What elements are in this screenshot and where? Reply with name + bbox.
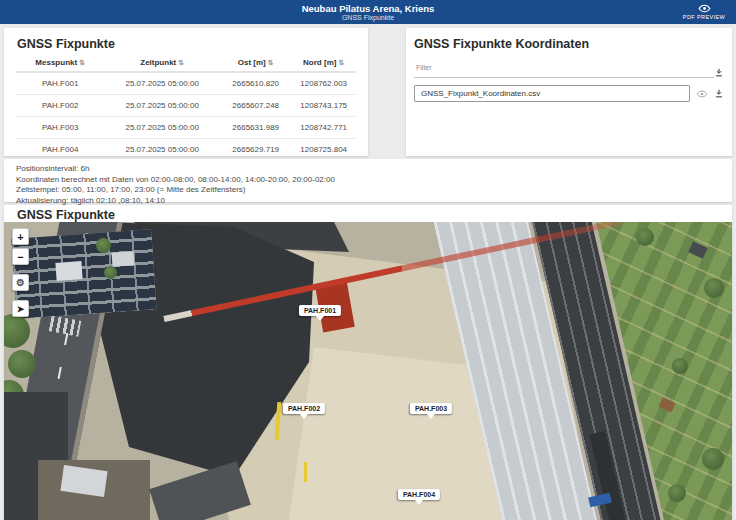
csv-file-row: GNSS_Fixpunkt_Koordinaten.csv [414,85,724,102]
info-line-timestamp: Zeitstempel: 05:00, 11:00, 17:00, 23:00 … [16,185,720,196]
info-line-coordinates: Koordinaten berechnet mit Daten von 02:0… [16,175,720,186]
marker-label: PAH.F002 [283,403,325,414]
app-title: Neubau Pilatus Arena, Kriens [302,3,435,14]
filter-row: Filter [414,55,724,78]
column-header-label: Ost [m] [238,58,266,67]
table-row: PAH.F00425.07.2025 05:00:002665629.71912… [16,139,356,161]
app-header: Neubau Pilatus Arena, Kriens GNSS Fixpun… [0,0,736,24]
map[interactable]: +−⚙➤ PAH.F001PAH.F002PAH.F003PAH.F004 [4,222,732,520]
coordinates-panel-title: GNSS Fixpunkte Koordinaten [414,37,732,51]
marker-label: PAH.F001 [299,305,341,316]
table-cell: PAH.F001 [16,72,104,95]
table-cell: 25.07.2025 05:00:00 [104,72,220,95]
table-cell: 2665607.248 [220,95,291,117]
table-cell: 25.07.2025 05:00:00 [104,139,220,161]
table-cell: 25.07.2025 05:00:00 [104,117,220,139]
column-header[interactable]: Messpunkt⇅ [16,54,104,72]
table-cell: 2665629.719 [220,139,291,161]
pdf-preview-button[interactable]: PDF PREVIEW [678,1,730,23]
csv-file-name: GNSS_Fixpunkt_Koordinaten.csv [414,85,690,102]
map-markers: PAH.F001PAH.F002PAH.F003PAH.F004 [4,222,732,520]
column-header-label: Messpunkt [35,58,77,67]
pdf-preview-label: PDF PREVIEW [683,14,725,20]
marker-pointer [427,414,435,419]
map-pan-button[interactable]: ➤ [12,300,29,317]
map-panel: GNSS Fixpunkte [4,205,732,520]
table-cell: 1208762.003 [291,72,356,95]
download-all-button[interactable] [714,67,724,78]
filter-input-label: Filter [416,64,432,71]
map-marker-pah-f001[interactable]: PAH.F001 [299,305,341,321]
app-subtitle: GNSS Fixpunkte [342,14,394,22]
fixpoints-table-body: PAH.F00125.07.2025 05:00:002665610.82012… [16,72,356,161]
download-icon [714,88,724,99]
table-row: PAH.F00125.07.2025 05:00:002665610.82012… [16,72,356,95]
table-cell: 1208743.175 [291,95,356,117]
table-cell: PAH.F002 [16,95,104,117]
sort-icon[interactable]: ⇅ [178,59,184,66]
table-cell: PAH.F003 [16,117,104,139]
table-cell: 2665631.989 [220,117,291,139]
marker-label: PAH.F004 [398,489,440,500]
fixpoints-table: Messpunkt⇅Zeitpunkt⇅Ost [m]⇅Nord [m]⇅ PA… [16,54,356,161]
marker-pointer [415,500,423,505]
marker-pointer [300,414,308,419]
column-header-label: Nord [m] [303,58,336,67]
table-cell: 1208725.804 [291,139,356,161]
table-cell: 2665610.820 [220,72,291,95]
map-marker-pah-f004[interactable]: PAH.F004 [398,489,440,505]
marker-pointer [316,316,324,321]
info-line-interval: Positionsintervall: 6h [16,164,720,175]
fixpoints-table-head-row: Messpunkt⇅Zeitpunkt⇅Ost [m]⇅Nord [m]⇅ [16,54,356,72]
column-header[interactable]: Ost [m]⇅ [220,54,291,72]
marker-label: PAH.F003 [410,403,452,414]
table-cell: 25.07.2025 05:00:00 [104,95,220,117]
table-cell: 1208742.771 [291,117,356,139]
column-header-label: Zeitpunkt [140,58,176,67]
download-file-button[interactable] [714,88,724,99]
map-controls: +−⚙➤ [12,228,29,320]
map-zoom-in-button[interactable]: + [12,228,29,245]
table-row: PAH.F00225.07.2025 05:00:002665607.24812… [16,95,356,117]
eye-icon [696,90,708,98]
map-zoom-out-button[interactable]: − [12,248,29,265]
fixpoints-panel-title: GNSS Fixpunkte [17,37,368,51]
preview-file-button[interactable] [696,90,708,98]
download-icon [714,67,724,78]
map-settings-button[interactable]: ⚙ [12,274,29,291]
sort-icon[interactable]: ⇅ [79,59,85,66]
eye-icon [698,4,711,13]
sort-icon[interactable]: ⇅ [268,59,274,66]
filter-input[interactable]: Filter [414,55,714,78]
sort-icon[interactable]: ⇅ [338,59,344,66]
table-row: PAH.F00325.07.2025 05:00:002665631.98912… [16,117,356,139]
column-header[interactable]: Zeitpunkt⇅ [104,54,220,72]
table-cell: PAH.F004 [16,139,104,161]
map-panel-title: GNSS Fixpunkte [17,208,732,222]
fixpoints-panel: GNSS Fixpunkte Messpunkt⇅Zeitpunkt⇅Ost [… [4,28,368,156]
info-panel: Positionsintervall: 6h Koordinaten berec… [4,159,732,202]
map-marker-pah-f002[interactable]: PAH.F002 [283,403,325,419]
column-header[interactable]: Nord [m]⇅ [291,54,356,72]
coordinates-panel: GNSS Fixpunkte Koordinaten Filter GNSS_F… [406,28,732,156]
map-marker-pah-f003[interactable]: PAH.F003 [410,403,452,419]
